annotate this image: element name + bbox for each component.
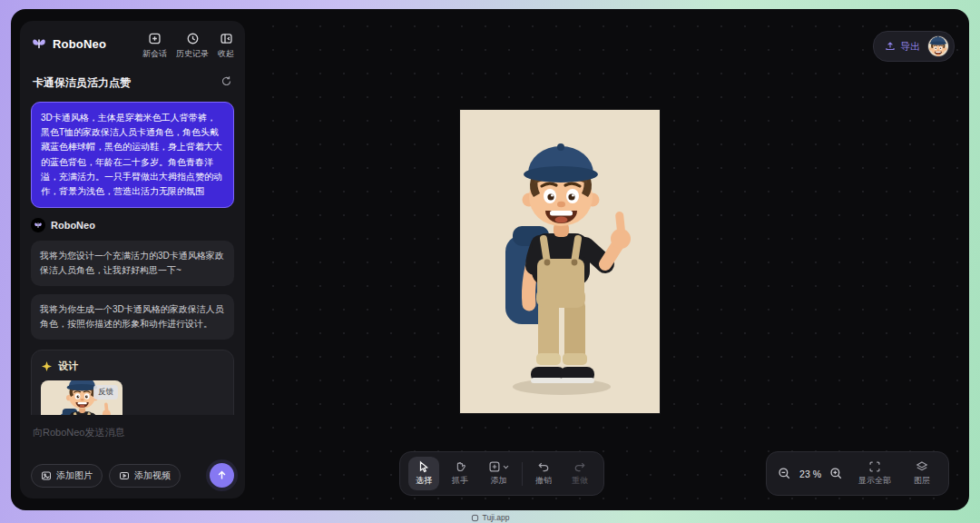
user-message-bubble: 3D卡通风格，主体是穿着米色工人背带裤，黑色T恤的家政保洁人员卡通角色，角色头戴… bbox=[31, 102, 234, 208]
add-image-button[interactable]: 添加图片 bbox=[31, 464, 103, 488]
export-icon bbox=[885, 41, 896, 52]
tool-hand[interactable]: 抓手 bbox=[445, 457, 475, 490]
character-illustration bbox=[460, 110, 660, 413]
view-controls: 23 % 显示全部 图层 bbox=[766, 451, 949, 496]
history-icon bbox=[186, 32, 200, 45]
canvas-top-right: 导出 bbox=[873, 31, 955, 62]
message-input[interactable]: 向RoboNeo发送消息 bbox=[33, 426, 232, 439]
zoom-in-icon[interactable] bbox=[829, 467, 843, 480]
tool-select-label: 选择 bbox=[416, 475, 432, 487]
sidebar-header: RoboNeo 新会话 历史记录 bbox=[31, 32, 234, 60]
toolbar-divider bbox=[522, 462, 523, 486]
layers-label: 图层 bbox=[914, 475, 930, 487]
show-all-button[interactable]: 显示全部 bbox=[851, 457, 898, 490]
assistant-name: RoboNeo bbox=[51, 220, 95, 231]
zoom-level: 23 % bbox=[799, 469, 821, 479]
design-thumbnail[interactable]: 反馈 bbox=[41, 380, 122, 415]
assistant-avatar-icon bbox=[31, 218, 45, 232]
footer-brand-label: Tuji.app bbox=[483, 513, 510, 522]
redo-icon bbox=[573, 460, 586, 473]
undo-icon bbox=[537, 460, 550, 473]
plus-square-icon bbox=[488, 460, 501, 473]
roboneo-logo-icon bbox=[31, 35, 47, 52]
arrow-up-icon bbox=[216, 469, 228, 481]
layers-button[interactable]: 图层 bbox=[906, 457, 937, 490]
tool-hand-label: 抓手 bbox=[452, 475, 468, 487]
sidebar-actions: 新会话 历史记录 收起 bbox=[142, 32, 234, 60]
generated-image[interactable] bbox=[460, 110, 660, 413]
app-window: RoboNeo 新会话 历史记录 bbox=[11, 9, 969, 510]
conversation-title: 卡通保洁员活力点赞 bbox=[33, 75, 131, 91]
tool-redo[interactable]: 重做 bbox=[564, 457, 595, 490]
add-video-label: 添加视频 bbox=[134, 469, 171, 482]
tool-undo[interactable]: 撤销 bbox=[528, 457, 559, 490]
composer-actions: 添加图片 添加视频 bbox=[31, 463, 234, 488]
history-button[interactable]: 历史记录 bbox=[176, 32, 209, 60]
zoom-unit: % bbox=[813, 469, 821, 479]
export-button[interactable]: 导出 bbox=[885, 40, 920, 54]
zoom-value: 23 bbox=[799, 469, 810, 479]
fit-view-icon bbox=[868, 460, 881, 473]
new-chat-label: 新会话 bbox=[142, 48, 167, 60]
conversation-title-row: 卡通保洁员活力点赞 bbox=[33, 74, 232, 91]
history-label: 历史记录 bbox=[176, 48, 209, 60]
layers-icon bbox=[916, 460, 928, 473]
avatar-image bbox=[928, 36, 948, 56]
assistant-message-bubble: 我将为你生成一个3D卡通风格的家政保洁人员角色，按照你描述的形象和动作进行设计。 bbox=[31, 294, 234, 340]
hand-icon bbox=[454, 460, 466, 473]
new-chat-button[interactable]: 新会话 bbox=[142, 32, 167, 60]
chevron-down-icon bbox=[503, 465, 509, 469]
tool-add-label: 添加 bbox=[491, 475, 507, 487]
sidebar: RoboNeo 新会话 历史记录 bbox=[20, 21, 245, 498]
show-all-label: 显示全部 bbox=[858, 475, 891, 487]
collapse-icon bbox=[220, 32, 233, 45]
design-title: 设计 bbox=[58, 360, 78, 373]
tool-add[interactable]: 添加 bbox=[481, 457, 516, 490]
collapse-label: 收起 bbox=[218, 48, 234, 60]
tool-redo-label: 重做 bbox=[572, 475, 588, 487]
video-icon bbox=[119, 470, 130, 481]
send-button[interactable] bbox=[210, 463, 234, 488]
canvas-area[interactable]: 导出 选择 bbox=[254, 9, 969, 510]
tool-select[interactable]: 选择 bbox=[408, 457, 439, 490]
sparkle-icon bbox=[41, 360, 53, 372]
footer-brand: Tuji.app bbox=[0, 513, 980, 522]
user-avatar[interactable] bbox=[927, 35, 949, 57]
cursor-icon bbox=[417, 460, 430, 473]
export-label: 导出 bbox=[900, 40, 920, 54]
design-card-header: 设计 bbox=[41, 360, 224, 373]
new-chat-icon bbox=[148, 32, 162, 45]
add-video-button[interactable]: 添加视频 bbox=[109, 464, 181, 488]
add-image-label: 添加图片 bbox=[56, 469, 93, 482]
composer: 向RoboNeo发送消息 添加图片 添加视频 bbox=[31, 422, 234, 488]
brand-name: RoboNeo bbox=[53, 37, 106, 51]
collapse-button[interactable]: 收起 bbox=[218, 32, 234, 60]
design-card: 设计 反馈 bbox=[31, 350, 234, 415]
desktop-background: RoboNeo 新会话 历史记录 bbox=[0, 0, 980, 523]
tool-undo-label: 撤销 bbox=[535, 475, 552, 487]
image-icon bbox=[41, 470, 52, 481]
tool-add-iconrow bbox=[488, 460, 509, 473]
refresh-icon[interactable] bbox=[220, 74, 232, 91]
assistant-message-bubble: 我将为您设计一个充满活力的3D卡通风格家政保洁人员角色，让我好好构思一下~ bbox=[31, 241, 234, 286]
assistant-label: RoboNeo bbox=[31, 218, 234, 232]
message-list: 3D卡通风格，主体是穿着米色工人背带裤，黑色T恤的家政保洁人员卡通角色，角色头戴… bbox=[31, 102, 234, 415]
zoom-out-icon[interactable] bbox=[778, 467, 791, 480]
canvas-toolbar: 选择 抓手 bbox=[399, 451, 604, 496]
feedback-badge[interactable]: 反馈 bbox=[93, 385, 118, 400]
tuji-logo-icon bbox=[471, 514, 479, 522]
brand: RoboNeo bbox=[31, 32, 106, 52]
